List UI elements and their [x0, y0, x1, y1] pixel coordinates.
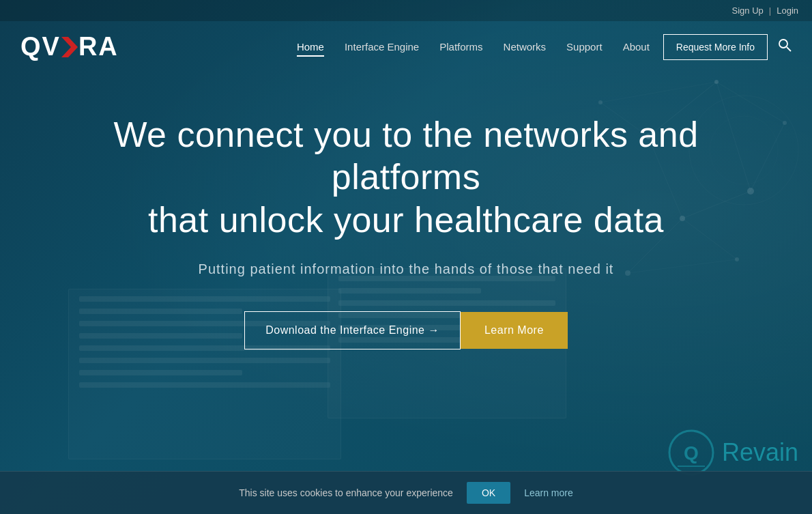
nav-item-networks[interactable]: Networks	[504, 41, 547, 53]
hero-buttons: Download the Interface Engine → Learn Mo…	[244, 311, 568, 349]
nav-item-interface-engine[interactable]: Interface Engine	[345, 41, 419, 53]
revain-icon: Q	[667, 429, 715, 476]
nav-link-interface-engine[interactable]: Interface Engine	[345, 41, 419, 55]
nav-link-support[interactable]: Support	[566, 41, 603, 55]
login-link[interactable]: Login	[777, 5, 798, 16]
svg-line-23	[787, 47, 791, 51]
logo-arrow-icon	[61, 37, 78, 57]
request-info-button[interactable]: Request More Info	[663, 34, 768, 60]
cookie-learn-link[interactable]: Learn more	[524, 487, 573, 498]
svg-point-22	[779, 40, 787, 48]
top-bar: Sign Up | Login	[0, 0, 812, 21]
cookie-banner: This site uses cookies to enhance your e…	[0, 471, 812, 514]
logo-q: Q	[20, 32, 42, 61]
logo-r: RA	[78, 32, 119, 61]
cookie-text: This site uses cookies to enhance your e…	[239, 487, 453, 498]
download-button[interactable]: Download the Interface Engine →	[244, 311, 461, 349]
logo-text: Q V RA	[20, 32, 119, 61]
nav-item-support[interactable]: Support	[566, 41, 603, 53]
hero-section: We connect you to the networks and platf…	[0, 72, 812, 377]
nav-link-home[interactable]: Home	[297, 41, 324, 57]
cookie-ok-button[interactable]: OK	[467, 482, 510, 504]
nav-item-about[interactable]: About	[623, 41, 650, 53]
hero-title-line1: We connect you to the networks and platf…	[113, 115, 698, 197]
revain-watermark: Q Revain	[667, 429, 798, 476]
nav-link-about[interactable]: About	[623, 41, 650, 55]
hero-subtitle: Putting patient information into the han…	[199, 261, 614, 277]
svg-marker-21	[61, 37, 78, 57]
navbar: Q V RA Home Interface Engine Platforms N…	[0, 21, 812, 72]
svg-text:Q: Q	[684, 442, 699, 463]
learn-more-button[interactable]: Learn More	[461, 312, 568, 349]
nav-links: Home Interface Engine Platforms Networks…	[297, 41, 650, 53]
logo-v: V	[42, 32, 61, 61]
mockup-line	[79, 382, 330, 388]
nav-item-home[interactable]: Home	[297, 41, 324, 53]
separator: |	[769, 5, 771, 16]
logo[interactable]: Q V RA	[20, 32, 119, 61]
hero-title: We connect you to the networks and platf…	[99, 113, 713, 241]
nav-link-networks[interactable]: Networks	[504, 41, 547, 55]
search-icon[interactable]	[778, 38, 792, 55]
hero-title-line2: that unlock your healthcare data	[148, 200, 664, 240]
search-svg	[778, 38, 792, 52]
signup-link[interactable]: Sign Up	[732, 5, 764, 16]
nav-item-platforms[interactable]: Platforms	[439, 41, 482, 53]
revain-text: Revain	[722, 438, 798, 467]
nav-link-platforms[interactable]: Platforms	[439, 41, 482, 55]
